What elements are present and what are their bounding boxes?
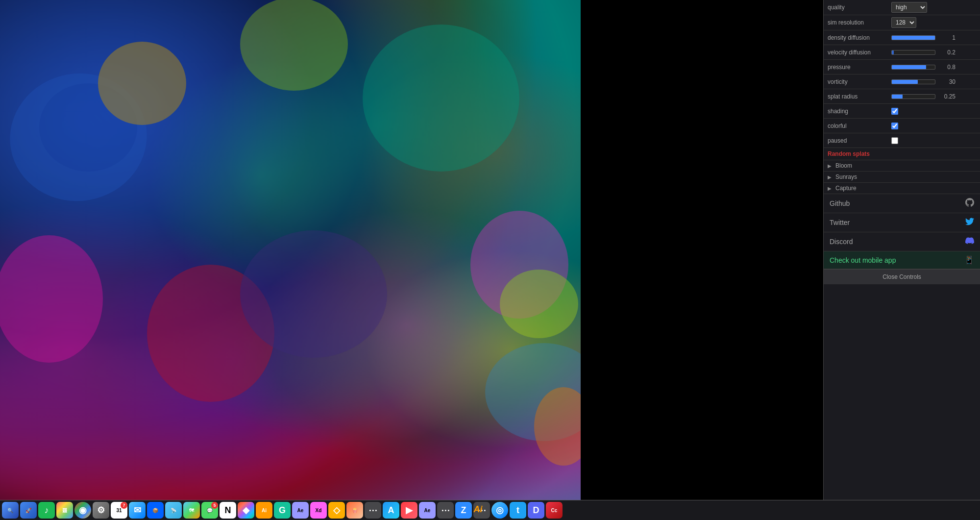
- dock-icon-appstore[interactable]: A: [383, 502, 399, 519]
- dock-icon-photos[interactable]: 🖼: [56, 502, 73, 519]
- github-label: Github: [830, 199, 850, 207]
- shading-row: shading: [824, 104, 980, 119]
- paused-value: [891, 137, 976, 144]
- github-link[interactable]: Github: [824, 194, 980, 213]
- vorticity-number: 30: [938, 78, 956, 85]
- dock-icon-chrome[interactable]: ◉: [74, 502, 91, 519]
- sim-resolution-value: 1286432: [891, 17, 976, 28]
- svg-point-2: [98, 42, 186, 125]
- dock-icon-finder[interactable]: 🔍: [2, 502, 19, 519]
- dock-icon-label-after-effects2: Ae: [424, 508, 431, 513]
- dock-icon-popcorn[interactable]: 🍿: [346, 502, 363, 519]
- dock-icon-notion[interactable]: N: [220, 502, 236, 519]
- sim-resolution-select[interactable]: 1286432: [891, 17, 916, 28]
- density-diffusion-value: 1: [891, 34, 976, 41]
- dock-icon-label-maps: 🗺: [189, 508, 194, 513]
- density-diffusion-label: density diffusion: [828, 34, 891, 41]
- svg-point-7: [240, 230, 387, 358]
- random-splats-button[interactable]: Random splats: [824, 148, 980, 160]
- dock-icon-discord-dock[interactable]: D: [528, 502, 544, 519]
- dock-icon-label-dropbox: 📦: [152, 508, 158, 513]
- dock-icon-launchpad[interactable]: 🚀: [20, 502, 37, 519]
- dock-icon-label-photos: 🖼: [62, 508, 67, 513]
- dock-icon-figma[interactable]: ◆: [238, 502, 254, 519]
- dock-icon-after-effects[interactable]: Ae: [292, 502, 309, 519]
- dock-icon-xd[interactable]: Xd: [310, 502, 327, 519]
- dock-icon-label-spotify: ♪: [45, 505, 49, 516]
- splat-radius-slider[interactable]: [891, 94, 935, 99]
- shading-checkbox[interactable]: [891, 108, 898, 115]
- svg-point-3: [240, 0, 348, 91]
- dock-icon-apple-tv[interactable]: ▶: [401, 502, 417, 519]
- dock-icon-mail[interactable]: ✉: [129, 502, 146, 519]
- sunrays-section[interactable]: ▶ Sunrays: [824, 172, 980, 183]
- github-icon: [965, 198, 974, 209]
- dock-icon-label-grammarly: G: [279, 505, 286, 516]
- dock-icon-twitter-dock[interactable]: t: [510, 502, 526, 519]
- dock-icon-label-adobecc: Cc: [551, 508, 558, 513]
- close-controls-button[interactable]: Close Controls: [824, 269, 980, 284]
- dock-icon-label-system-preferences: ⚙: [97, 505, 105, 516]
- twitter-icon: [965, 217, 974, 228]
- splat-radius-number: 0.25: [938, 93, 956, 100]
- pressure-value: 0.8: [891, 64, 976, 71]
- dock-icon-label-launchpad: 🚀: [25, 508, 31, 513]
- dock-icon-messages[interactable]: 💬5: [201, 502, 218, 519]
- quality-select[interactable]: highmediumlow: [891, 2, 927, 13]
- vorticity-label: vorticity: [828, 78, 891, 85]
- paused-checkbox[interactable]: [891, 137, 898, 144]
- colorful-checkbox[interactable]: [891, 123, 898, 129]
- sim-resolution-label: sim resolution: [828, 19, 891, 26]
- dock-icon-calendar[interactable]: 317: [111, 502, 127, 519]
- dock-icon-safari[interactable]: ◎: [491, 502, 508, 519]
- quality-row: quality highmediumlow: [824, 0, 980, 15]
- vorticity-value: 30: [891, 78, 976, 85]
- capture-section[interactable]: ▶ Capture: [824, 183, 980, 194]
- macos-dock: 🔍🚀♪🖼◉⚙317✉📦📡🗺💬5N◆AiGAeXd◇🍿⋯A▶Ae⋯Z⋯◎tDCc: [0, 500, 980, 520]
- density-diffusion-slider[interactable]: [891, 35, 935, 40]
- dock-icon-grammarly[interactable]: G: [274, 502, 291, 519]
- dock-icon-more1[interactable]: ⋯: [365, 502, 381, 519]
- quality-value: highmediumlow: [891, 2, 976, 13]
- controls-panel: quality highmediumlow sim resolution 128…: [823, 0, 980, 500]
- mobile-app-link[interactable]: Check out mobile app 📱: [824, 251, 980, 269]
- vorticity-slider[interactable]: [891, 79, 935, 84]
- dock-icon-label-after-effects: Ae: [297, 508, 304, 513]
- dock-icon-system-preferences[interactable]: ⚙: [93, 502, 109, 519]
- dock-icon-label-appstore: A: [388, 505, 394, 516]
- dock-icon-airdrop[interactable]: 📡: [165, 502, 182, 519]
- dock-icon-label-notion: N: [225, 505, 231, 516]
- mobile-icon: 📱: [964, 255, 974, 265]
- twitter-link[interactable]: Twitter: [824, 213, 980, 232]
- dock-icon-maps[interactable]: 🗺: [183, 502, 200, 519]
- fluid-canvas-area[interactable]: [0, 0, 581, 500]
- discord-link[interactable]: Discord: [824, 232, 980, 251]
- pressure-slider[interactable]: [891, 65, 935, 70]
- velocity-diffusion-slider[interactable]: [891, 50, 935, 55]
- dock-icon-label-more1: ⋯: [368, 505, 377, 516]
- dock-icon-sketch[interactable]: ◇: [328, 502, 345, 519]
- dock-icon-adobecc[interactable]: Cc: [546, 502, 563, 519]
- bloom-arrow-icon: ▶: [828, 163, 832, 169]
- pressure-number: 0.8: [938, 64, 956, 71]
- dock-icon-label-discord-dock: D: [533, 505, 539, 516]
- bloom-section[interactable]: ▶ Bloom: [824, 160, 980, 172]
- dock-icon-label-more2: ⋯: [441, 505, 450, 516]
- dock-icon-label-messages: 💬: [207, 508, 213, 513]
- dock-icon-dropbox[interactable]: 📦: [147, 502, 164, 519]
- svg-point-9: [500, 270, 578, 338]
- dock-icon-illustrator[interactable]: Ai: [256, 502, 272, 519]
- sim-resolution-row: sim resolution 1286432: [824, 15, 980, 30]
- dock-icon-label-calendar: 31: [116, 508, 122, 513]
- svg-point-5: [0, 235, 103, 363]
- dock-icon-more2[interactable]: ⋯: [437, 502, 454, 519]
- ai-label: Ai: [466, 498, 490, 520]
- discord-icon: [965, 236, 974, 247]
- dock-icon-label-illustrator: Ai: [262, 508, 267, 513]
- colorful-value: [891, 123, 976, 129]
- dock-icon-label-sketch: ◇: [333, 505, 340, 516]
- dock-icon-label-apple-tv: ▶: [406, 505, 413, 516]
- dock-icon-after-effects2[interactable]: Ae: [419, 502, 436, 519]
- dock-icon-spotify[interactable]: ♪: [38, 502, 55, 519]
- shading-value: [891, 108, 976, 115]
